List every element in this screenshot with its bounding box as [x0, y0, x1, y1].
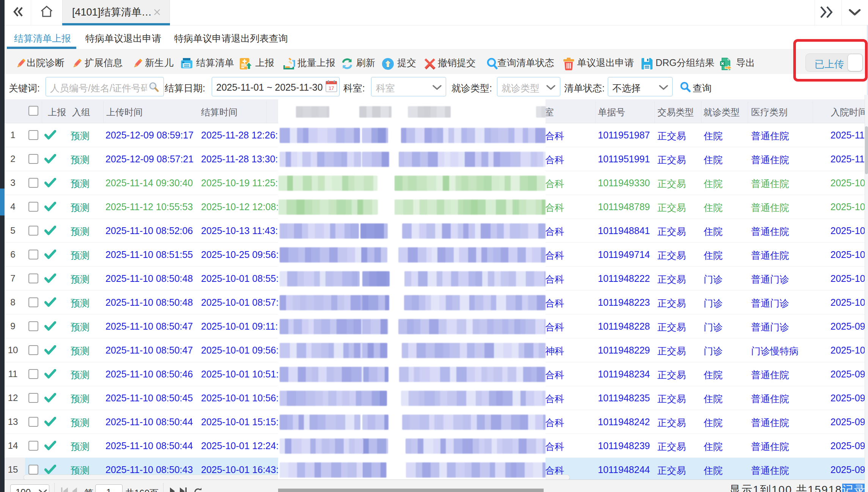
svg-text:17: 17	[329, 85, 334, 91]
